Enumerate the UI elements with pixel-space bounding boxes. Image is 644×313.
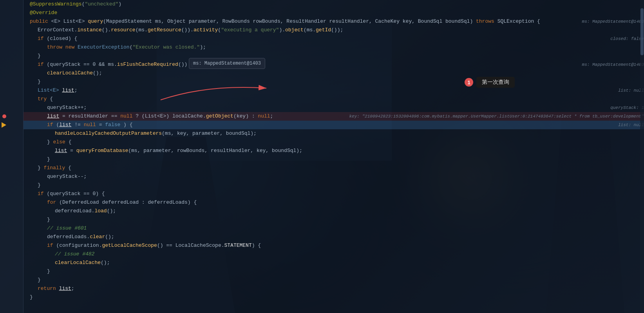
- code-line-content-27: deferredLoads.clear();: [47, 233, 644, 241]
- gutter-line-2: [0, 17, 23, 26]
- inline-hint-12: queryStack: 1: [610, 105, 644, 110]
- callout-number: 1: [465, 78, 473, 87]
- code-line-content-19: } finally {: [38, 164, 644, 172]
- code-line-content-32: }: [38, 276, 644, 284]
- gutter-line-21: [0, 181, 23, 190]
- code-line-content-8: clearLocalCache();: [47, 69, 644, 78]
- code-line-content-14: if (list != null = false ) {: [47, 121, 612, 129]
- gutter-line-22: [0, 190, 23, 198]
- gutter-line-8: [0, 69, 23, 78]
- code-line-2: public <E> List<E> query(MappedStatement…: [24, 17, 644, 26]
- code-line-content-9: }: [38, 78, 644, 86]
- inline-hint-13: key: "2100942823:1532004896:com.mybatis.…: [349, 114, 644, 119]
- code-line-1: @Override: [24, 9, 644, 17]
- code-line-content-2: public <E> List<E> query(MappedStatement…: [30, 17, 576, 26]
- code-line-32: }: [24, 276, 644, 284]
- gutter-line-18: [0, 155, 23, 164]
- code-line-34: }: [24, 293, 644, 302]
- code-line-19: } finally {: [24, 164, 644, 172]
- code-line-12: queryStack++;queryStack: 1: [24, 103, 644, 112]
- code-line-content-16: } else {: [47, 138, 644, 147]
- code-line-0: @SuppressWarnings("unchecked"): [24, 0, 644, 9]
- code-line-30: clearLocalCache();: [24, 259, 644, 267]
- code-line-content-4: if (closed) {: [38, 34, 604, 43]
- code-line-14: if (list != null = false ) {list: null: [24, 121, 644, 129]
- inline-hint-2: ms: MappedStatement@1403: [582, 19, 644, 24]
- code-line-content-6: }: [38, 52, 644, 60]
- gutter-line-34: [0, 293, 23, 302]
- code-line-20: queryStack--;: [24, 172, 644, 181]
- scrollbar-thumb[interactable]: [640, 8, 644, 55]
- gutter-line-0: [0, 0, 23, 9]
- code-line-22: if (queryStack == 0) {: [24, 190, 644, 198]
- gutter-line-30: [0, 259, 23, 267]
- gutter-line-15: [0, 129, 23, 138]
- gutter-line-28: [0, 241, 23, 250]
- code-line-4: if (closed) {closed: false: [24, 34, 644, 43]
- gutter-line-9: [0, 78, 23, 86]
- gutter-line-1: [0, 9, 23, 17]
- code-line-content-11: try {: [38, 95, 644, 103]
- gutter-line-12: [0, 103, 23, 112]
- code-line-8: clearLocalCache();: [24, 69, 644, 78]
- code-line-content-21: }: [38, 181, 644, 190]
- code-line-17: list = queryFromDatabase(ms, parameter, …: [24, 147, 644, 155]
- code-line-content-20: queryStack--;: [47, 172, 644, 181]
- gutter-line-11: [0, 95, 23, 103]
- code-line-content-30: clearLocalCache();: [55, 259, 644, 267]
- code-line-25: }: [24, 215, 644, 224]
- gutter-line-3: [0, 26, 23, 34]
- inline-hint-7: ms: MappedStatement@1403: [582, 62, 644, 67]
- code-line-13: list = resultHandler == null ? (List<E>)…: [24, 112, 644, 121]
- scrollbar-track[interactable]: [640, 0, 644, 313]
- code-line-15: handleLocallyCachedOutputParameters(ms, …: [24, 129, 644, 138]
- code-line-31: }: [24, 267, 644, 276]
- gutter-line-19: [0, 164, 23, 172]
- code-line-content-17: list = queryFromDatabase(ms, parameter, …: [55, 147, 644, 155]
- gutter-line-27: [0, 233, 23, 241]
- code-line-24: deferredLoad.load();: [24, 207, 644, 215]
- callout-text: 第一次查询: [476, 77, 515, 88]
- code-line-10: List<E> list;list: null: [24, 86, 644, 95]
- gutter-line-14: [0, 121, 23, 129]
- gutter-line-17: [0, 147, 23, 155]
- gutter-line-4: [0, 34, 23, 43]
- code-line-content-5: throw new ExecutorException("Executor wa…: [47, 43, 644, 52]
- code-line-content-22: if (queryStack == 0) {: [38, 190, 644, 198]
- code-line-7: if (queryStack == 0 && ms.isFlushCacheRe…: [24, 60, 644, 69]
- line-gutter: [0, 0, 24, 313]
- gutter-line-26: [0, 224, 23, 233]
- gutter-line-33: [0, 284, 23, 293]
- editor-container: @SuppressWarnings("unchecked")@Overridep…: [0, 0, 644, 313]
- tooltip-ms: ms: MappedStatement@1403: [189, 58, 265, 69]
- code-line-content-29: // issue #482: [55, 250, 644, 259]
- inline-hint-4: closed: false: [610, 36, 644, 41]
- code-line-16: } else {: [24, 138, 644, 147]
- code-line-content-0: @SuppressWarnings("unchecked"): [30, 0, 644, 9]
- gutter-line-7: [0, 60, 23, 69]
- code-line-21: }: [24, 181, 644, 190]
- code-line-18: }: [24, 155, 644, 164]
- code-line-content-26: // issue #601: [47, 224, 644, 233]
- code-line-content-28: if (configuration.getLocalCacheScope() =…: [47, 241, 644, 250]
- code-line-26: // issue #601: [24, 224, 644, 233]
- code-line-content-31: }: [47, 267, 644, 276]
- gutter-line-5: [0, 43, 23, 52]
- code-line-29: // issue #482: [24, 250, 644, 259]
- code-area[interactable]: @SuppressWarnings("unchecked")@Overridep…: [24, 0, 644, 313]
- code-line-3: ErrorContext.instance().resource(ms.getR…: [24, 26, 644, 34]
- gutter-line-29: [0, 250, 23, 259]
- code-line-content-3: ErrorContext.instance().resource(ms.getR…: [38, 26, 644, 34]
- gutter-line-10: [0, 86, 23, 95]
- gutter-line-32: [0, 276, 23, 284]
- execution-arrow: [2, 122, 6, 128]
- code-line-23: for (DeferredLoad deferredLoad : deferre…: [24, 198, 644, 207]
- code-line-content-34: }: [30, 293, 644, 302]
- code-line-33: return list;: [24, 284, 644, 293]
- code-line-content-24: deferredLoad.load();: [55, 207, 644, 215]
- breakpoint-dot[interactable]: [2, 114, 6, 118]
- code-line-content-18: }: [47, 155, 644, 164]
- code-line-5: throw new ExecutorException("Executor wa…: [24, 43, 644, 52]
- code-line-content-7: if (queryStack == 0 && ms.isFlushCacheRe…: [38, 60, 576, 69]
- gutter-line-23: [0, 198, 23, 207]
